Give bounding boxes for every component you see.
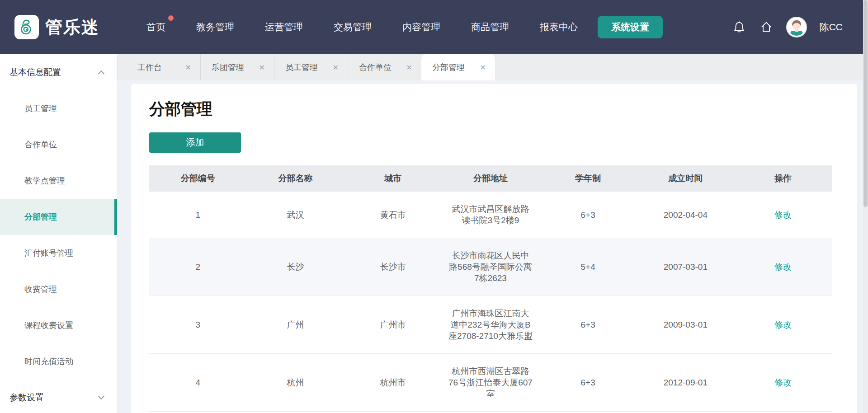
cell-branch-id: 3 <box>149 319 247 330</box>
cell-founded-date: 2012-09-01 <box>637 377 735 388</box>
cell-branch-name: 杭州 <box>247 377 344 388</box>
content-panel: 分部管理 添加 分部编号 分部名称 城市 分部地址 学年制 <box>131 84 857 413</box>
cell-founded-date: 2007-03-01 <box>637 261 735 272</box>
cell-founded-date: 2009-03-01 <box>637 319 735 330</box>
sidebar-item[interactable]: 课程收费设置 <box>0 307 117 343</box>
brand[interactable]: 管乐迷 <box>14 15 99 39</box>
table-header-cell: 城市 <box>344 173 442 184</box>
page-title: 分部管理 <box>149 99 832 120</box>
tab-close-icon[interactable]: ✕ <box>333 63 339 72</box>
tab-label: 员工管理 <box>285 62 318 73</box>
nav-item[interactable]: 首页 <box>146 21 165 33</box>
sidebar-item-label: 时间充值活动 <box>24 356 73 367</box>
edit-link[interactable]: 修改 <box>734 209 832 221</box>
tab[interactable]: 员工管理 ✕ <box>274 54 348 80</box>
table-row: 2 长沙 长沙市 长沙市雨花区人民中路568号融圣国际公寓7栋2623 5+4 … <box>149 238 832 296</box>
nav-item-system-settings[interactable]: 系统设置 <box>598 16 663 38</box>
add-button[interactable]: 添加 <box>149 132 241 153</box>
nav-item-label: 内容管理 <box>402 22 440 32</box>
chevron-icon <box>98 393 104 399</box>
nav-item-label: 报表中心 <box>540 22 578 32</box>
table-header-cell: 分部名称 <box>247 173 344 184</box>
bell-icon[interactable] <box>732 20 746 34</box>
tab-close-icon[interactable]: ✕ <box>406 63 412 72</box>
cell-city: 黄石市 <box>344 209 442 221</box>
navbar-right: 陈CC <box>732 17 868 38</box>
nav-item[interactable]: 报表中心 <box>540 21 578 33</box>
sidebar-item-label: 汇付账号管理 <box>24 248 73 258</box>
edit-link[interactable]: 修改 <box>734 319 832 330</box>
table-row: 3 广州 广州市 广州市海珠区江南大道中232号华海大厦B座2708-2710大… <box>149 296 832 353</box>
music-horn-icon <box>18 18 36 36</box>
tab[interactable]: 工作台 ✕ <box>127 54 200 80</box>
content-area: 分部管理 添加 分部编号 分部名称 城市 分部地址 学年制 <box>118 80 863 413</box>
cell-branch-id: 4 <box>149 377 247 388</box>
top-navbar: 管乐迷 首页 教务管理 运营管理 交易管 <box>0 0 868 54</box>
cell-branch-id: 2 <box>149 261 247 272</box>
cell-branch-name: 广州 <box>247 319 344 330</box>
sidebar-item[interactable]: 教学点管理 <box>0 163 117 199</box>
cell-school-years: 6+3 <box>539 209 637 221</box>
app-window: 管乐迷 首页 教务管理 运营管理 交易管 <box>0 0 868 413</box>
tab[interactable]: 乐团管理 ✕ <box>200 54 274 80</box>
tab-label: 乐团管理 <box>212 62 244 73</box>
edit-link[interactable]: 修改 <box>734 377 832 388</box>
sidebar-item[interactable]: 分部管理 <box>0 199 117 235</box>
sidebar-item[interactable]: 参数设置 <box>0 380 117 413</box>
sidebar-item-label: 课程收费设置 <box>24 320 73 331</box>
table-header-cell: 操作 <box>734 173 832 184</box>
sidebar-item[interactable]: 员工管理 <box>0 90 117 127</box>
nav-menu: 首页 教务管理 运营管理 交易管理 <box>146 21 578 33</box>
page-scrollbar-track[interactable] <box>863 0 868 413</box>
cell-address: 武汉市武昌区解放路读书院3号2楼9 <box>442 203 539 226</box>
tab-close-icon[interactable]: ✕ <box>259 63 265 72</box>
nav-item-label: 首页 <box>146 22 165 32</box>
sidebar-item[interactable]: 收费管理 <box>0 271 117 307</box>
sidebar-item-label: 分部管理 <box>24 211 57 222</box>
cell-address: 广州市海珠区江南大道中232号华海大厦B座2708-2710大雅乐盟 <box>442 308 539 342</box>
tab-close-icon[interactable]: ✕ <box>480 63 486 72</box>
sidebar-item-label: 教学点管理 <box>24 175 65 186</box>
cell-city: 杭州市 <box>344 377 442 388</box>
nav-item[interactable]: 运营管理 <box>265 21 303 33</box>
tab-label: 工作台 <box>137 62 162 73</box>
table-header-cell: 分部编号 <box>149 173 247 184</box>
table-header-cell: 成立时间 <box>637 173 735 184</box>
sidebar-item-label: 参数设置 <box>9 392 44 404</box>
nav-item-label: 交易管理 <box>334 22 372 32</box>
cell-branch-name: 武汉 <box>247 209 344 221</box>
cell-address: 杭州市西湖区古翠路76号浙江怡泰大厦607室 <box>442 366 539 399</box>
sidebar-item[interactable]: 时间充值活动 <box>0 343 117 380</box>
nav-item[interactable]: 教务管理 <box>196 21 234 33</box>
nav-item[interactable]: 内容管理 <box>402 21 440 33</box>
sidebar-item[interactable]: 合作单位 <box>0 127 117 163</box>
table-header-cell: 学年制 <box>539 173 637 184</box>
nav-item[interactable]: 商品管理 <box>471 21 509 33</box>
sidebar-item-label: 员工管理 <box>24 103 57 114</box>
brand-name: 管乐迷 <box>45 16 99 39</box>
cell-city: 长沙市 <box>344 261 442 272</box>
edit-link[interactable]: 修改 <box>734 261 832 272</box>
page-scrollbar-thumb[interactable] <box>863 0 868 207</box>
nav-item-label: 运营管理 <box>265 22 303 32</box>
tab[interactable]: 合作单位 ✕ <box>348 54 421 80</box>
tab-close-icon[interactable]: ✕ <box>185 63 191 72</box>
tab[interactable]: 分部管理 ✕ <box>421 54 495 80</box>
tab-label: 合作单位 <box>359 62 392 73</box>
table-body: 1 武汉 黄石市 武汉市武昌区解放路读书院3号2楼9 6+3 2002-04-0… <box>149 192 832 411</box>
notification-dot <box>168 15 174 21</box>
cell-school-years: 5+4 <box>539 261 637 272</box>
home-icon[interactable] <box>759 20 774 34</box>
user-name[interactable]: 陈CC <box>820 21 843 33</box>
table-row-partial <box>149 411 832 413</box>
sidebar-item-label: 收费管理 <box>24 284 57 295</box>
tab-bar: 工作台 ✕ 乐团管理 ✕ 员工管理 ✕ 合作单位 ✕ 分部管理 ✕ <box>118 54 863 80</box>
table-header-row: 分部编号 分部名称 城市 分部地址 学年制 成立时间 操作 <box>149 165 832 192</box>
user-avatar[interactable] <box>786 17 807 38</box>
sidebar-item[interactable]: 基本信息配置 <box>0 54 117 90</box>
cell-branch-id: 1 <box>149 209 247 221</box>
sidebar-item[interactable]: 汇付账号管理 <box>0 235 117 271</box>
brand-logo <box>14 15 39 39</box>
sidebar: 基本信息配置 员工管理 合作单位 教学点管理 分部管理 <box>0 54 118 413</box>
nav-item[interactable]: 交易管理 <box>334 21 372 33</box>
